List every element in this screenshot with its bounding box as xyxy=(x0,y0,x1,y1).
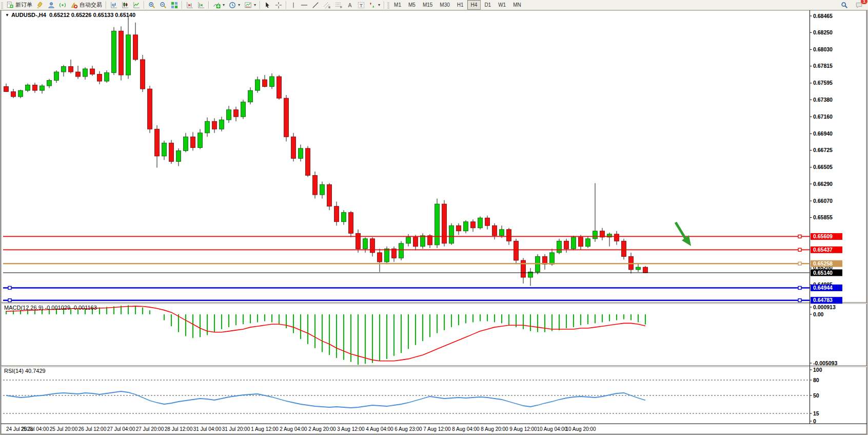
timeframe-m1[interactable]: M1 xyxy=(390,0,405,10)
signals-button[interactable] xyxy=(57,0,68,10)
hline-icon xyxy=(301,2,308,9)
candlestick-chart-button[interactable] xyxy=(120,0,131,10)
price-tick-label: 0.66725 xyxy=(813,147,833,153)
candle-body xyxy=(406,237,411,243)
scroll-to-end-button[interactable] xyxy=(184,0,195,10)
line-chart-button[interactable] xyxy=(131,0,142,10)
timeframe-h1[interactable]: H1 xyxy=(453,0,467,10)
splitter-bar xyxy=(1,303,867,305)
candle-body xyxy=(263,80,267,87)
trendline-button[interactable] xyxy=(310,0,321,10)
timeframe-m5[interactable]: M5 xyxy=(405,0,419,10)
chart-window[interactable]: 0.684650.682500.680300.678150.675950.673… xyxy=(0,0,868,435)
chart-menu-icon[interactable]: ▼ xyxy=(5,13,9,17)
text-button[interactable]: A xyxy=(345,0,356,10)
chart-canvas: 0.684650.682500.680300.678150.675950.673… xyxy=(0,0,868,435)
candle-body xyxy=(500,230,504,236)
svg-text:F: F xyxy=(340,5,342,9)
candle-body xyxy=(536,256,540,272)
main-toolbar: 新订单自动交易▾▾▾EFAT▾ M1M5M15M30H1H4D1W1MN 1 xyxy=(0,0,868,10)
timeframe-mn[interactable]: MN xyxy=(509,0,525,10)
text-a-icon: A xyxy=(347,2,353,9)
macd-tick-label: 0.000913 xyxy=(813,304,836,310)
time-axis-label: 25 Jul 04:00 xyxy=(21,426,49,432)
tiles-icon xyxy=(171,2,178,9)
time-axis-label: 2 Aug 20:00 xyxy=(308,426,336,432)
price-tick-label: 0.65855 xyxy=(813,214,833,220)
candle-body xyxy=(119,31,124,75)
price-tick-label: 0.66505 xyxy=(813,164,833,170)
to-end-icon xyxy=(186,2,193,9)
new-order-button[interactable]: 新订单 xyxy=(4,0,34,10)
price-level-badge-label: 0.65437 xyxy=(813,247,833,253)
candle-body xyxy=(514,241,519,260)
horizontal-line-button[interactable] xyxy=(299,0,310,10)
candle-body xyxy=(270,77,274,87)
timeframe-d1[interactable]: D1 xyxy=(481,0,495,10)
periods-button[interactable]: ▾ xyxy=(227,0,242,10)
cursor-button[interactable] xyxy=(262,0,273,10)
candle-body xyxy=(227,110,231,120)
toolbar-separator xyxy=(182,1,183,9)
text-label-button[interactable]: T xyxy=(356,0,367,10)
autotrade-button-label: 自动交易 xyxy=(80,1,102,9)
candle-body xyxy=(485,218,490,225)
candle-body xyxy=(248,90,253,102)
timeframe-m30[interactable]: M30 xyxy=(436,0,453,10)
candle-body xyxy=(593,231,598,239)
chart-shift-button[interactable] xyxy=(195,0,207,10)
toolbar-separator xyxy=(106,1,107,9)
notifications-button[interactable]: 1 xyxy=(853,0,865,10)
time-axis-label: 25 Jul 20:00 xyxy=(50,426,78,432)
indicators-button[interactable]: ▾ xyxy=(211,0,227,10)
candle-body xyxy=(550,253,555,264)
arrow-tools-button[interactable]: ▾ xyxy=(367,0,382,10)
bar-chart-button[interactable] xyxy=(108,0,120,10)
search-button[interactable] xyxy=(839,0,850,10)
candle-body xyxy=(141,60,145,89)
price-level-badge-label: 0.65258 xyxy=(813,260,833,267)
profile-icon xyxy=(48,2,55,9)
candle-body xyxy=(291,137,296,158)
data-window-button[interactable] xyxy=(46,0,57,10)
candle-body xyxy=(636,267,641,270)
time-axis-label: 10 Aug 20:00 xyxy=(566,426,596,432)
time-axis-label: 31 Jul 04:00 xyxy=(193,426,222,432)
timeframe-w1[interactable]: W1 xyxy=(495,0,509,10)
time-axis-label: 8 Aug 20:00 xyxy=(481,426,508,432)
line-handle xyxy=(798,262,801,265)
rsi-tick-label: 50 xyxy=(813,392,819,399)
candle-body xyxy=(557,241,562,253)
candle-body xyxy=(571,237,576,249)
templates-button[interactable]: ▾ xyxy=(242,0,258,10)
crosshair-button[interactable] xyxy=(273,0,284,10)
autotrade-button[interactable]: 自动交易 xyxy=(68,0,104,10)
svg-text:E: E xyxy=(328,5,330,9)
price-tick-label: 0.68465 xyxy=(813,13,833,19)
vline-icon xyxy=(290,2,297,9)
candle-body xyxy=(176,150,181,161)
candle-body xyxy=(284,98,289,137)
price-level-badge-label: 0.64783 xyxy=(813,297,833,303)
equidistant-channel-button[interactable]: E xyxy=(321,0,333,10)
candle-body xyxy=(198,133,203,148)
timeframe-h4[interactable]: H4 xyxy=(467,0,481,10)
toolbar-grip-timeframes[interactable] xyxy=(387,2,389,9)
vertical-line-button[interactable] xyxy=(288,0,299,10)
line-handle xyxy=(798,248,801,251)
chart-ohlc-line[interactable]: ▼AUDUSD-,H4 0.65212 0.65226 0.65133 0.65… xyxy=(5,12,135,18)
tile-windows-button[interactable] xyxy=(169,0,180,10)
toolbar-separator xyxy=(144,1,145,9)
chevron-down-icon: ▾ xyxy=(378,3,380,7)
zoom-in-button[interactable] xyxy=(146,0,157,10)
candle-body xyxy=(363,239,368,249)
timeframe-m15[interactable]: M15 xyxy=(419,0,436,10)
fibonacci-button[interactable]: F xyxy=(333,0,345,10)
candle-body xyxy=(313,176,318,195)
styler-button[interactable] xyxy=(34,0,46,10)
toolbar-grip[interactable] xyxy=(1,2,3,9)
zoom-out-button[interactable] xyxy=(157,0,169,10)
candle-body xyxy=(421,236,425,247)
candle-body xyxy=(133,35,138,60)
time-axis-label: 10 Aug 04:00 xyxy=(537,426,567,432)
